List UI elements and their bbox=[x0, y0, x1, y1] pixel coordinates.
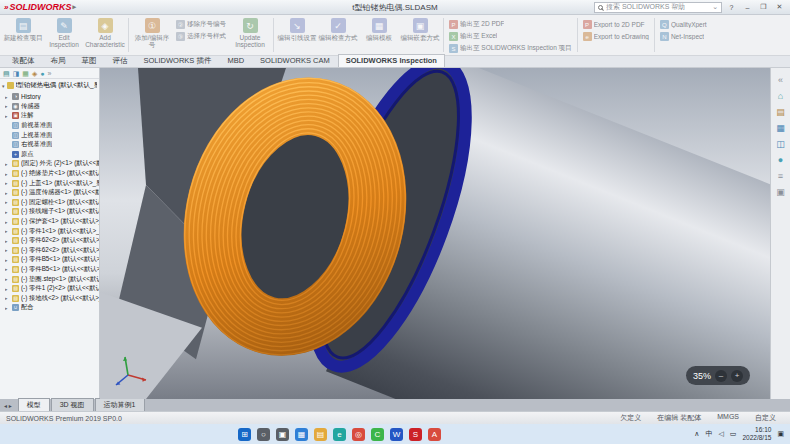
ribbon-button[interactable]: Q QualityXpert bbox=[658, 19, 709, 30]
feature-tree-item[interactable]: ▸ ▧ (-) 零件B5<1> (默认<<默认>_显示状 bbox=[5, 255, 99, 265]
ribbon-button[interactable]: ① 添加/编辑序号 bbox=[132, 16, 172, 54]
feature-tree-item[interactable]: ▸ ▧ (-) 上盖<1> (默认<<默认>_显示状态 bbox=[5, 178, 99, 188]
ribbon-button[interactable]: ↻ Update Inspection bbox=[230, 16, 270, 54]
feature-tree-item[interactable]: ▸ ◉ 传感器 bbox=[5, 102, 99, 112]
expand-arrow-icon[interactable]: ▸ bbox=[5, 94, 10, 100]
expand-arrow-icon[interactable]: ▸ bbox=[5, 305, 10, 311]
ribbon-tab[interactable]: 草图 bbox=[74, 54, 105, 67]
ribbon-button[interactable]: ② 移除序号编号 bbox=[174, 19, 228, 30]
feature-tree-item[interactable]: ▸ + 原点 bbox=[5, 150, 99, 160]
ribbon-button[interactable]: ↘ 编辑引线设置 bbox=[277, 16, 317, 54]
expand-arrow-icon[interactable]: ▸ bbox=[5, 238, 10, 244]
panel-tab-icon[interactable]: ◨ bbox=[13, 70, 20, 77]
expand-arrow-icon[interactable]: ▸ bbox=[5, 257, 10, 263]
panel-tab-icon[interactable]: ◈ bbox=[32, 70, 37, 77]
expand-arrow-icon[interactable]: ▸ bbox=[5, 276, 10, 282]
ribbon-button[interactable]: ▦ 编辑模板 bbox=[359, 16, 399, 54]
ribbon-tab[interactable]: 布局 bbox=[43, 54, 74, 67]
status-item[interactable]: 欠定义 bbox=[620, 413, 641, 423]
expand-arrow-icon[interactable]: ▸ bbox=[5, 161, 10, 167]
feature-tree-item[interactable]: ▸ ▧ (-) 温度传感器<1> (默认<<默认>_显示 bbox=[5, 188, 99, 198]
ribbon-button[interactable]: S 输出至 SOLIDWORKS Inspection 项目 bbox=[447, 43, 574, 54]
expand-arrow-icon[interactable]: ▸ bbox=[5, 219, 10, 225]
feature-tree-item[interactable]: ▸ ▧ (-) 固定螺栓<1> (默认<<默认>_显示状 bbox=[5, 198, 99, 208]
task-pane-icon[interactable]: ◫ bbox=[776, 140, 785, 149]
expand-arrow-icon[interactable]: ▸ bbox=[5, 228, 10, 234]
taskbar-app-icon[interactable]: ⊞ bbox=[238, 428, 251, 441]
panel-tab-icon[interactable]: ▦ bbox=[22, 70, 29, 77]
ribbon-tab[interactable]: MBD bbox=[219, 54, 252, 67]
document-tab[interactable]: 运动算例1 bbox=[95, 398, 145, 411]
task-pane-icon[interactable]: ▤ bbox=[776, 108, 785, 117]
status-item[interactable]: 在编辑 装配体 bbox=[657, 413, 701, 423]
ime-indicator[interactable]: 中 bbox=[705, 429, 712, 439]
feature-tree-item[interactable]: ▸ ▧ (-) 保护套<1> (默认<<默认>_显示状态 bbox=[5, 217, 99, 227]
ribbon-button[interactable]: N Net-Inspect bbox=[658, 31, 709, 42]
ribbon-tab[interactable]: 评估 bbox=[105, 54, 136, 67]
taskbar-app-icon[interactable]: A bbox=[428, 428, 441, 441]
panel-tab-icon[interactable]: ▤ bbox=[3, 70, 10, 77]
graphics-viewport[interactable]: 35% – + bbox=[100, 68, 770, 399]
feature-tree-item[interactable]: ▸ ▧ (-) 零件1<1> (默认<<默认>_显示状态 bbox=[5, 226, 99, 236]
search-input[interactable]: 搜索 SOLIDWORKS 帮助 ⌄ bbox=[594, 2, 722, 13]
network-icon[interactable]: ▭ bbox=[730, 430, 737, 438]
document-tab[interactable]: 模型 bbox=[18, 398, 50, 411]
assembly-root[interactable]: ▾ t型铂铑热电偶 (默认<默认_显示状态-1>) bbox=[0, 79, 99, 92]
taskbar-app-icon[interactable]: C bbox=[371, 428, 384, 441]
feature-tree-item[interactable]: ▸ ▧ (-) 零件1 (2)<2> (默认<<默认>_显示 bbox=[5, 284, 99, 294]
ribbon-tab[interactable]: SOLIDWORKS Inspection bbox=[338, 54, 445, 67]
feature-tree-item[interactable]: ▸ ▧ (-) 接地线<2> (默认<<默认>_显示状 bbox=[5, 293, 99, 303]
tab-scroll-icons[interactable]: ◂ ▸ bbox=[4, 402, 12, 409]
expand-arrow-icon[interactable]: ▸ bbox=[5, 180, 10, 186]
ribbon-button[interactable]: X 输出至 Excel bbox=[447, 31, 574, 42]
feature-tree-item[interactable]: ▸ ▧ (-) 零件62<2> (默认<<默认>_显示状 bbox=[5, 246, 99, 256]
notification-icon[interactable]: ▣ bbox=[777, 430, 784, 438]
panel-tab-icon[interactable]: ● bbox=[40, 70, 44, 77]
zoom-in-button[interactable]: + bbox=[731, 370, 743, 382]
expand-arrow-icon[interactable]: ▸ bbox=[5, 199, 10, 205]
task-pane-icon[interactable]: ≡ bbox=[778, 172, 783, 181]
expand-arrow-icon[interactable]: ▸ bbox=[5, 247, 10, 253]
search-chevron-icon[interactable]: ⌄ bbox=[712, 3, 718, 11]
taskbar-app-icon[interactable]: W bbox=[390, 428, 403, 441]
ribbon-button[interactable]: e Export to eDrawing bbox=[581, 31, 651, 42]
taskbar-app-icon[interactable]: ▤ bbox=[314, 428, 327, 441]
task-pane-icon[interactable]: ● bbox=[778, 156, 783, 165]
ribbon-button[interactable]: ▣ 编辑嵌套方式 bbox=[400, 16, 440, 54]
feature-tree-item[interactable]: ▸ ▧ (-) 垫圈.step<1> (默认<<默认>_显示 bbox=[5, 274, 99, 284]
task-pane-icon[interactable]: « bbox=[778, 76, 783, 85]
task-pane-icon[interactable]: ▣ bbox=[776, 188, 785, 197]
taskbar-app-icon[interactable]: ▦ bbox=[295, 428, 308, 441]
feature-tree-item[interactable]: ▸ ▧ (-) 绝缘垫片<1> (默认<<默认>_显示状 bbox=[5, 169, 99, 179]
expand-arrow-icon[interactable]: ▸ bbox=[5, 113, 10, 119]
ribbon-button[interactable]: ✎ Edit Inspection bbox=[44, 16, 84, 54]
close-button[interactable]: ✕ bbox=[773, 2, 786, 13]
clock[interactable]: 16:10 2022/8/15 bbox=[742, 426, 771, 442]
ribbon-button[interactable]: ◈ Add Characteristic bbox=[85, 16, 125, 54]
zoom-out-button[interactable]: – bbox=[715, 370, 727, 382]
expand-arrow-icon[interactable]: ▸ bbox=[5, 266, 10, 272]
ribbon-tab[interactable]: SOLIDWORKS CAM bbox=[252, 54, 338, 67]
ribbon-button[interactable]: ▤ 新建检查项目 bbox=[3, 16, 43, 54]
taskbar-app-icon[interactable]: ○ bbox=[257, 428, 270, 441]
ribbon-button[interactable]: P 输出至 2D PDF bbox=[447, 19, 574, 30]
feature-tree-item[interactable]: ▸ ◫ 上视基准面 bbox=[5, 130, 99, 140]
taskbar-app-icon[interactable]: ▣ bbox=[276, 428, 289, 441]
tray-chevron-icon[interactable]: ∧ bbox=[694, 430, 699, 438]
expand-arrow-icon[interactable]: ▸ bbox=[5, 209, 10, 215]
maximize-button[interactable]: ❐ bbox=[757, 2, 770, 13]
feature-tree-item[interactable]: ▸ ▧ (-) 零件62<2> (默认<<默认>_显示状 bbox=[5, 236, 99, 246]
taskbar-app-icon[interactable]: S bbox=[409, 428, 422, 441]
expand-arrow-icon[interactable]: ▸ bbox=[5, 190, 10, 196]
menu-flyout-arrow-icon[interactable]: ▸ bbox=[72, 3, 76, 11]
help-button[interactable]: ? bbox=[725, 2, 738, 13]
expand-arrow-icon[interactable]: ▸ bbox=[5, 103, 10, 109]
feature-tree-item[interactable]: ▸ ▣ 注解 bbox=[5, 111, 99, 121]
task-pane-icon[interactable]: ▦ bbox=[776, 124, 785, 133]
ribbon-tab[interactable]: SOLIDWORKS 插件 bbox=[136, 54, 220, 67]
ribbon-tab[interactable]: 装配体 bbox=[4, 54, 43, 67]
ribbon-button[interactable]: ✓ 编辑检查方式 bbox=[318, 16, 358, 54]
feature-tree-item[interactable]: ▸ ◑ History bbox=[5, 92, 99, 102]
taskbar-app-icon[interactable]: e bbox=[333, 428, 346, 441]
solidworks-logo[interactable]: » SOLIDWORKS ▸ bbox=[4, 2, 76, 12]
